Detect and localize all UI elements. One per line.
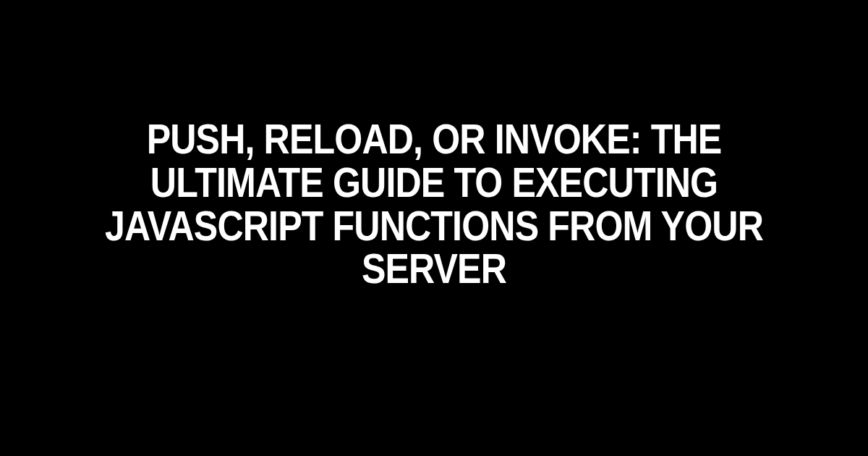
- page-title: Push, Reload, or Invoke: The Ultimate Gu…: [52, 118, 816, 291]
